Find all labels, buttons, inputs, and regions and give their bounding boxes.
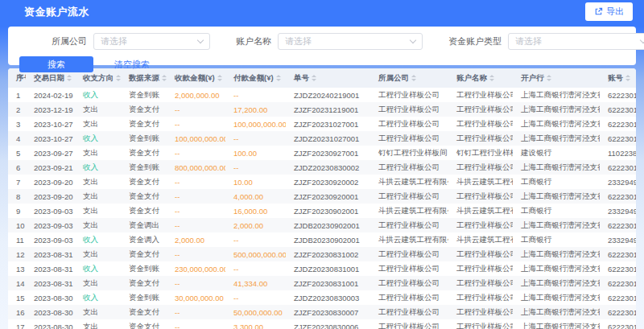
cell-company: 斗拱云建筑工程有限公司 <box>370 177 448 187</box>
cell-account_name: 工程行业样板公司 <box>448 134 513 144</box>
cell-company: 工程行业样板公司 <box>370 322 448 329</box>
export-button[interactable]: 导出 <box>585 2 633 21</box>
cell-company: 工程行业样板公司 <box>370 264 448 274</box>
cell-receive: -- <box>167 279 225 288</box>
column-header-pay[interactable]: 付款金额(¥) <box>225 73 286 84</box>
cell-pay: 10.00 <box>225 178 286 187</box>
cell-source: 资金支付 <box>121 177 167 187</box>
cell-account_no: 622230111 <box>600 192 636 201</box>
cell-bank: 上海工商银行漕河泾支行 <box>513 220 600 231</box>
cell-pay: 100.00 <box>225 149 286 158</box>
column-header-bank[interactable]: 开户行 <box>513 73 600 84</box>
cell-index: 10 <box>8 221 26 230</box>
table-row: 42023-10-27收入资金到账100,000,000.00--ZJDZ202… <box>8 131 636 146</box>
sort-icon[interactable] <box>276 75 281 81</box>
cell-source: 资金支付 <box>121 105 167 115</box>
cell-source: 资金支付 <box>121 278 167 289</box>
cell-pay: 16,000.00 <box>225 207 286 216</box>
search-button[interactable]: 搜索 <box>19 56 93 72</box>
cell-receive: -- <box>167 120 225 129</box>
column-header-date[interactable]: 交易日期 <box>26 73 75 84</box>
sort-icon[interactable] <box>411 75 416 81</box>
cell-receive: 800,000,000.00 <box>167 163 225 172</box>
cell-date: 2023-09-03 <box>26 221 75 230</box>
cell-direction: 支出 <box>75 177 121 187</box>
account-name-select[interactable]: 请选择 <box>278 33 423 50</box>
cell-order_no: ZJZF20231219001 <box>286 105 370 114</box>
cell-pay: -- <box>225 134 286 143</box>
cell-index: 3 <box>8 120 26 129</box>
table-row: 112023-09-03收入资金调入2,000.00--ZJDB20230902… <box>8 232 636 247</box>
cell-bank: 上海工商银行漕河泾支行 <box>513 322 600 329</box>
cell-order_no: ZJZF20230927001 <box>286 149 370 158</box>
cell-direction: 收入 <box>75 90 121 101</box>
account-type-select[interactable]: 请选择 <box>508 33 644 50</box>
cell-source: 资金到账 <box>121 293 167 303</box>
cell-bank: 工商银行 <box>513 235 600 245</box>
column-header-account_name[interactable]: 账户名称 <box>448 73 513 84</box>
cell-date: 2023-08-31 <box>26 250 75 259</box>
table-row: 52023-09-27支出资金支付--100.00ZJZF20230927001… <box>8 146 636 160</box>
table-row: 102023-09-03支出资金调出--2,000.00ZJDB20230902… <box>8 218 636 232</box>
cell-account_no: 622230111 <box>600 163 636 172</box>
sort-icon[interactable] <box>312 75 316 81</box>
sort-icon[interactable] <box>217 75 222 81</box>
table-row: 162023-08-30支出资金支付--50,000,000.00ZJZF202… <box>8 305 636 319</box>
cell-receive: 100,000,000.00 <box>167 134 225 143</box>
column-label: 账号 <box>608 73 623 84</box>
sort-icon[interactable] <box>67 75 72 81</box>
cell-bank: 上海工商银行漕河泾支行 <box>513 191 600 202</box>
cell-company: 工程行业样板公司 <box>370 90 448 101</box>
filter-label-account-type: 资金账户类型 <box>448 35 502 47</box>
column-header-order_no[interactable]: 单号 <box>286 73 370 84</box>
cell-account_name: 钉钉工程行业样板间 <box>448 148 513 158</box>
cell-direction: 支出 <box>75 191 121 202</box>
column-header-receive[interactable]: 收款金额(¥) <box>167 73 225 84</box>
column-header-index: 序号 <box>8 73 26 84</box>
cell-bank: 上海工商银行漕河泾支行 <box>513 119 600 130</box>
sort-icon[interactable] <box>625 75 630 81</box>
cell-index: 9 <box>8 207 26 216</box>
table-row: 142023-08-31支出资金支付--41,334.00ZJZF2023083… <box>8 276 636 290</box>
column-header-direction[interactable]: 收支方向 <box>75 73 121 84</box>
table-row: 122023-08-31支出资金支付--500,000,000.00ZJZF20… <box>8 247 636 261</box>
cell-account_no: 233294994 <box>600 178 636 187</box>
company-select[interactable]: 请选择 <box>93 33 210 50</box>
cell-receive: -- <box>167 308 225 317</box>
cell-account_name: 斗拱云建筑工程有限公司 <box>448 177 513 187</box>
cell-index: 15 <box>8 294 26 302</box>
column-header-account_no[interactable]: 账号 <box>600 73 636 84</box>
cell-order_no: ZJZF20230831002 <box>286 250 370 259</box>
sort-icon[interactable] <box>489 75 494 81</box>
cell-date: 2024-02-19 <box>26 91 75 100</box>
column-label: 付款金额(¥) <box>233 73 274 84</box>
cell-company: 工程行业样板公司 <box>370 162 448 173</box>
cell-account_name: 工程行业样板公司 <box>448 249 513 260</box>
cell-index: 13 <box>8 265 26 273</box>
table-body: 12024-02-19收入资金到账2,000,000.00--ZJDZ20240… <box>8 88 636 329</box>
cell-bank: 工商银行 <box>513 177 600 187</box>
cell-direction: 支出 <box>75 307 121 318</box>
column-label: 收款金额(¥) <box>175 73 215 84</box>
sort-icon[interactable] <box>547 75 551 81</box>
cell-date: 2023-09-03 <box>26 236 75 245</box>
cell-account_name: 工程行业样板公司 <box>448 307 513 318</box>
column-header-company[interactable]: 所属公司 <box>370 73 448 84</box>
clear-search-button[interactable]: 清空搜索 <box>114 59 150 71</box>
cell-account_name: 工程行业样板公司 <box>448 293 513 303</box>
table-row: 82023-09-20支出资金支付--4,000.00ZJZF202309200… <box>8 189 636 204</box>
cell-source: 资金支付 <box>121 206 167 216</box>
cell-company: 钉钉工程行业样板间 <box>370 148 448 158</box>
cell-receive: -- <box>167 105 225 114</box>
cell-company: 工程行业样板公司 <box>370 278 448 289</box>
cell-bank: 上海工商银行漕河泾支行 <box>513 90 600 101</box>
cell-company: 工程行业样板公司 <box>370 119 448 130</box>
cell-account_name: 工程行业样板公司 <box>448 191 513 202</box>
cell-date: 2023-09-21 <box>26 163 75 172</box>
cell-account_name: 工程行业样板公司 <box>448 90 513 101</box>
column-header-source[interactable]: 数据来源 <box>121 73 167 84</box>
cell-date: 2023-12-19 <box>26 105 75 114</box>
cell-index: 14 <box>8 279 26 288</box>
cell-account_no: 622230111 <box>600 279 636 288</box>
export-label: 导出 <box>606 6 624 18</box>
